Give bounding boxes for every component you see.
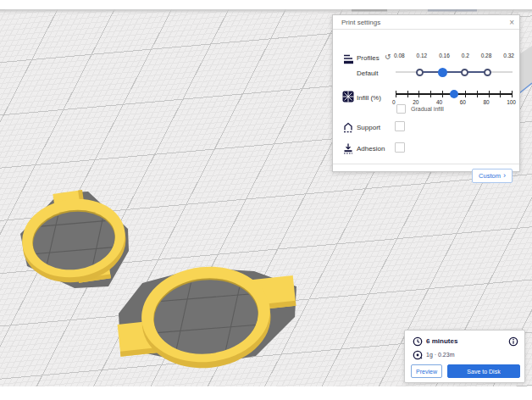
model-ring-2[interactable] bbox=[113, 258, 302, 377]
profile-stop-0.2[interactable] bbox=[461, 69, 468, 76]
far-edge-detail bbox=[352, 9, 387, 12]
profile-tick[interactable]: 0.16 bbox=[439, 53, 450, 58]
profile-tick[interactable]: 0.2 bbox=[462, 53, 469, 58]
info-icon[interactable] bbox=[508, 336, 518, 347]
layer-height-slider[interactable] bbox=[396, 67, 513, 77]
print-settings-header: Print settings × bbox=[333, 15, 519, 30]
adhesion-checkbox[interactable] bbox=[395, 142, 405, 153]
gradual-infill-label: Gradual infill bbox=[411, 106, 444, 112]
gradual-infill-checkbox[interactable] bbox=[396, 104, 406, 114]
print-settings-title: Print settings bbox=[341, 15, 380, 30]
print-settings-panel: Print settings × Profiles ↺ 0.08 0.12 0.… bbox=[332, 14, 520, 172]
profile-tick-labels: 0.08 0.12 0.16 0.2 0.28 0.32 bbox=[394, 53, 514, 58]
profile-tick[interactable]: 0.12 bbox=[417, 53, 428, 58]
print-settings-footer: Custom › bbox=[333, 164, 519, 186]
adhesion-icon bbox=[342, 142, 354, 154]
preview-button[interactable]: Preview bbox=[411, 364, 442, 378]
save-to-disk-button[interactable]: Save to Disk bbox=[447, 364, 520, 378]
infill-tick: 20 bbox=[413, 99, 418, 105]
profile-slider-active-segment bbox=[419, 71, 487, 73]
profile-tick[interactable]: 0.08 bbox=[394, 53, 405, 58]
support-checkbox[interactable] bbox=[395, 121, 405, 131]
profile-tick[interactable]: 0.28 bbox=[481, 53, 492, 58]
infill-tick: 0 bbox=[392, 99, 396, 105]
far-edge-detail bbox=[428, 9, 477, 12]
profile-stop-0.12[interactable] bbox=[416, 69, 424, 76]
support-icon bbox=[342, 121, 354, 133]
infill-icon bbox=[342, 91, 354, 103]
reset-profile-icon[interactable]: ↺ bbox=[385, 53, 391, 61]
profile-stop-0.16-selected[interactable] bbox=[438, 68, 447, 77]
layer-height-icon bbox=[342, 53, 354, 64]
adhesion-label: Adhesion bbox=[357, 145, 385, 153]
material-spool-icon bbox=[413, 350, 423, 360]
infill-tick: 100 bbox=[507, 99, 516, 105]
infill-label: Infill (%) bbox=[357, 94, 381, 102]
support-label: Support bbox=[357, 124, 380, 131]
custom-button-label: Custom bbox=[479, 172, 501, 180]
infill-tick: 80 bbox=[483, 99, 489, 105]
chevron-right-icon: › bbox=[503, 172, 506, 180]
infill-tick: 40 bbox=[436, 99, 442, 105]
print-time: 6 minutes bbox=[426, 337, 457, 345]
model-ring-1[interactable] bbox=[16, 185, 131, 290]
custom-settings-button[interactable]: Custom › bbox=[472, 169, 513, 183]
close-icon[interactable]: × bbox=[509, 16, 514, 29]
infill-tick: 60 bbox=[460, 99, 466, 105]
build-volume-edge bbox=[519, 46, 532, 93]
infill-tick-labels: 0 20 40 60 80 100 bbox=[392, 99, 516, 105]
profiles-label: Profiles bbox=[357, 54, 380, 62]
output-panel: 6 minutes 1g · 0.23m Preview Save to Dis… bbox=[404, 330, 525, 383]
infill-slider-handle[interactable] bbox=[450, 90, 458, 98]
selected-profile-label: Default bbox=[357, 69, 378, 77]
profile-tick[interactable]: 0.32 bbox=[503, 53, 514, 58]
clock-icon bbox=[413, 336, 423, 347]
profile-stop-0.28[interactable] bbox=[484, 69, 491, 76]
infill-slider[interactable] bbox=[396, 89, 513, 99]
material-usage: 1g · 0.23m bbox=[426, 352, 454, 358]
